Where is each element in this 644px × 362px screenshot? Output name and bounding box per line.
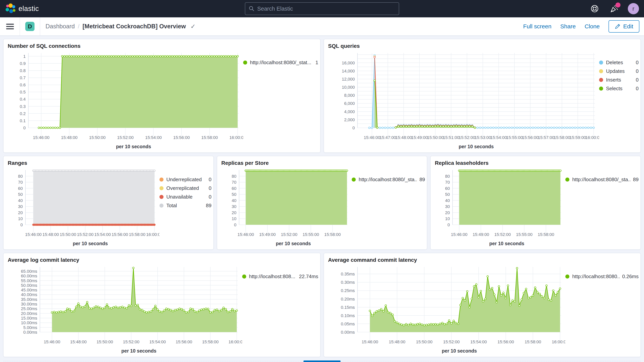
x-axis-labels: 15:46:0015:48:0015:50:0015:52:0015:54:00…: [25, 232, 159, 237]
svg-text:16:00:00: 16:00:00: [585, 135, 599, 140]
legend-item[interactable]: Total89: [160, 202, 212, 209]
legend-item[interactable]: Selects0: [599, 85, 638, 92]
svg-text:10: 10: [18, 216, 22, 221]
svg-text:15:57:00: 15:57:00: [538, 135, 554, 140]
legend-item[interactable]: http://localhost:8080/_stat...1: [243, 59, 318, 66]
panel-average-log-commit-latency[interactable]: Average log commit latency 0.00ms5.00ms1…: [3, 253, 320, 357]
chart-legend: http://localhost:8080/_stat...1: [243, 50, 318, 151]
svg-text:15:56:00: 15:56:00: [522, 135, 538, 140]
svg-text:15:59:00: 15:59:00: [570, 135, 586, 140]
dashboard-toolbar: D Dashboard / [Metricbeat CockroachDB] O…: [0, 17, 644, 36]
elastic-logo[interactable]: elastic: [0, 3, 39, 14]
svg-text:80: 80: [445, 174, 450, 179]
whats-new-button[interactable]: [608, 3, 619, 14]
x-axis-title: per 10 seconds: [458, 144, 494, 149]
panel-number-of-sql-connections[interactable]: Number of SQL connections 00.10.20.30.40…: [3, 39, 320, 153]
legend-series-label: http://localhost:8080/_stat...: [250, 60, 312, 66]
chart-legend: http://localhost:8080/_sta...89: [352, 166, 425, 248]
legend-series-label: Underreplicated: [166, 176, 202, 182]
legend-item[interactable]: http://localhost:8080/_sta...89: [352, 176, 425, 183]
svg-text:15:50:00: 15:50:00: [96, 340, 113, 344]
svg-text:15:58:00: 15:58:00: [554, 135, 570, 140]
legend-item[interactable]: Overreplicated0: [160, 184, 212, 192]
legend-item[interactable]: Unavailable0: [160, 193, 212, 200]
clone-button[interactable]: Clone: [584, 23, 600, 30]
series-http-localhost-8080-: [369, 267, 561, 332]
legend-item[interactable]: http://localhost:808...22.74ms: [242, 273, 318, 280]
full-screen-button[interactable]: Full screen: [523, 23, 552, 30]
svg-text:10,000: 10,000: [342, 85, 354, 90]
breadcrumb-separator: /: [78, 23, 80, 30]
panel-average-command-commit-latency[interactable]: Average command commit latency 0.00ms0.0…: [324, 253, 641, 357]
panel-title: SQL queries: [328, 42, 639, 50]
search-icon: [249, 6, 254, 12]
search-input[interactable]: [257, 6, 380, 12]
panel-replicas-per-store[interactable]: Replicas per Store 0102030405060708015:4…: [217, 156, 427, 250]
legend-item[interactable]: http://localhost:8080...0.26ms: [565, 273, 638, 280]
user-avatar[interactable]: r: [628, 3, 639, 14]
svg-text:45.00ms: 45.00ms: [21, 288, 37, 292]
svg-text:15:48:00: 15:48:00: [42, 232, 59, 237]
svg-text:15:46:00: 15:46:00: [451, 232, 468, 237]
breadcrumb-dashboard-link[interactable]: Dashboard: [46, 23, 75, 30]
global-search[interactable]: [245, 2, 399, 15]
panel-ranges[interactable]: Ranges 0102030405060708015:46:0015:48:00…: [3, 156, 214, 250]
legend-series-dot-icon: [565, 178, 570, 182]
notification-dot: [616, 2, 620, 8]
panel-replica-leaseholders[interactable]: Replica leaseholders 0102030405060708015…: [430, 156, 641, 250]
legend-item[interactable]: Underreplicated0: [160, 176, 212, 183]
x-axis-labels: 15:46:0015:48:0015:50:0015:52:0015:54:00…: [362, 340, 565, 344]
legend-series-value: 0: [633, 60, 638, 66]
svg-text:2,000: 2,000: [344, 118, 354, 122]
menu-hamburger-icon[interactable]: [6, 22, 14, 31]
svg-text:30.00ms: 30.00ms: [21, 302, 37, 306]
legend-item[interactable]: Inserts0: [599, 76, 638, 84]
svg-text:15:52:00: 15:52:00: [117, 135, 134, 140]
svg-text:15:56:00: 15:56:00: [176, 340, 192, 344]
legend-item[interactable]: Deletes0: [599, 59, 638, 66]
panel-title: Replicas per Store: [221, 159, 425, 166]
space-badge[interactable]: D: [25, 22, 34, 31]
svg-text:30: 30: [232, 204, 236, 209]
svg-text:15:55:00: 15:55:00: [302, 232, 319, 237]
chart-legend: http://localhost:8080...0.26ms: [565, 264, 638, 355]
svg-text:0.20ms: 0.20ms: [341, 297, 354, 302]
share-button[interactable]: Share: [560, 23, 576, 30]
saved-check-icon[interactable]: ✓: [190, 23, 196, 30]
svg-text:5.00ms: 5.00ms: [23, 325, 37, 330]
svg-text:15:58:00: 15:58:00: [129, 232, 146, 237]
svg-text:15:46:00: 15:46:00: [44, 340, 60, 344]
series-http-localhost-8080-stat-: [38, 55, 238, 128]
command-commit-latency-chart: 0.00ms0.05ms0.10ms0.15ms0.20ms0.25ms0.30…: [328, 264, 566, 355]
svg-text:80: 80: [232, 174, 236, 179]
legend-series-dot-icon: [599, 78, 603, 82]
panel-title: Number of SQL connections: [7, 42, 318, 50]
log-commit-latency-chart: 0.00ms5.00ms10.00ms15.00ms20.00ms25.00ms…: [7, 264, 242, 355]
help-button[interactable]: [589, 3, 600, 14]
svg-text:15:56:00: 15:56:00: [498, 340, 514, 344]
panel-drag-handle[interactable]: [304, 360, 340, 362]
help-life-ring-icon: [590, 4, 599, 13]
svg-text:15:58:00: 15:58:00: [538, 232, 554, 237]
y-axis-labels: 01020304050607080: [232, 174, 236, 227]
legend-item[interactable]: http://localhost:8080/_sta...89: [565, 176, 638, 183]
chart-legend: http://localhost:8080/_sta...89: [565, 166, 638, 248]
svg-text:15:52:00: 15:52:00: [281, 232, 297, 237]
panel-sql-queries[interactable]: SQL queries 02,0004,0006,0008,00010,0001…: [324, 39, 641, 153]
svg-text:20.00ms: 20.00ms: [21, 311, 37, 316]
svg-text:4,000: 4,000: [344, 109, 354, 114]
svg-text:16:00:00: 16:00:00: [230, 135, 243, 140]
x-axis-title: per 10 seconds: [121, 348, 156, 354]
series-unavailable: [32, 224, 156, 226]
legend-series-dot-icon: [160, 186, 164, 190]
svg-text:15:48:00: 15:48:00: [70, 340, 87, 344]
legend-item[interactable]: Updates0: [599, 68, 638, 75]
svg-text:20: 20: [232, 210, 236, 215]
svg-text:15:48:00: 15:48:00: [61, 135, 78, 140]
svg-text:0: 0: [448, 222, 450, 227]
svg-text:15:54:00: 15:54:00: [145, 135, 162, 140]
svg-text:60: 60: [232, 186, 236, 191]
edit-button[interactable]: Edit: [608, 20, 639, 32]
elastic-logo-icon: [5, 3, 16, 14]
svg-text:0.00ms: 0.00ms: [341, 330, 354, 335]
